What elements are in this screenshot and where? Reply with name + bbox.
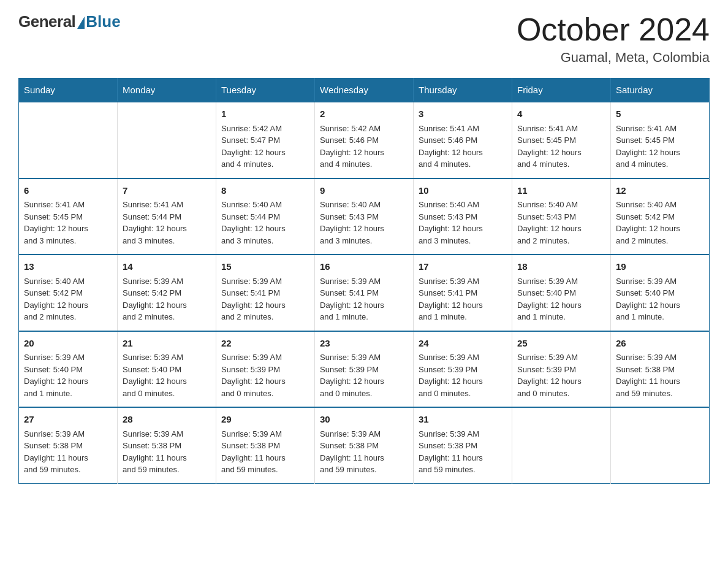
day-info-text: Sunset: 5:45 PM	[517, 134, 605, 147]
calendar-day-cell	[118, 102, 216, 178]
day-info-text: and 2 minutes.	[24, 311, 112, 323]
day-info-text: Sunset: 5:39 PM	[320, 364, 408, 376]
day-info-text: Sunrise: 5:42 AM	[320, 123, 408, 135]
days-of-week-row: SundayMondayTuesdayWednesdayThursdayFrid…	[19, 79, 710, 102]
day-info-text: and 59 minutes.	[221, 464, 309, 476]
day-info-text: and 2 minutes.	[221, 311, 309, 323]
day-number: 20	[24, 337, 112, 351]
day-info-text: Sunrise: 5:39 AM	[221, 351, 309, 364]
day-info-text: Sunrise: 5:40 AM	[616, 199, 704, 211]
day-info-text: Sunset: 5:38 PM	[24, 440, 112, 452]
calendar-day-cell: 10Sunrise: 5:40 AMSunset: 5:43 PMDayligh…	[414, 178, 512, 255]
day-info-text: and 4 minutes.	[221, 158, 309, 170]
day-info-text: and 3 minutes.	[24, 235, 112, 247]
day-number: 2	[320, 107, 408, 121]
day-info-text: Sunset: 5:41 PM	[320, 287, 408, 299]
calendar-header: SundayMondayTuesdayWednesdayThursdayFrid…	[19, 79, 710, 102]
calendar-week-row: 20Sunrise: 5:39 AMSunset: 5:40 PMDayligh…	[19, 331, 710, 408]
day-info-text: Daylight: 12 hours	[517, 223, 605, 235]
day-info-text: and 1 minute.	[24, 388, 112, 400]
day-info-text: Sunset: 5:40 PM	[616, 287, 704, 299]
day-info-text: Daylight: 12 hours	[419, 147, 507, 159]
day-info-text: Sunset: 5:42 PM	[24, 287, 112, 299]
day-of-week-header: Saturday	[611, 79, 710, 102]
day-info-text: Daylight: 12 hours	[320, 223, 408, 235]
logo: General Blue	[18, 12, 121, 31]
day-info-text: Daylight: 12 hours	[221, 299, 309, 312]
day-info-text: Sunset: 5:39 PM	[517, 364, 605, 376]
day-info-text: Sunset: 5:38 PM	[419, 440, 507, 452]
day-number: 19	[616, 260, 704, 274]
day-info-text: Daylight: 12 hours	[24, 223, 112, 235]
day-info-text: Sunset: 5:38 PM	[123, 440, 211, 452]
day-of-week-header: Friday	[512, 79, 611, 102]
day-info-text: Sunrise: 5:41 AM	[24, 199, 112, 211]
day-info-text: Sunrise: 5:39 AM	[123, 351, 211, 364]
day-info-text: Daylight: 12 hours	[320, 147, 408, 159]
day-info-text: Sunrise: 5:40 AM	[24, 275, 112, 288]
day-info-text: Sunset: 5:46 PM	[320, 134, 408, 147]
day-number: 17	[419, 260, 507, 274]
day-info-text: Sunset: 5:41 PM	[419, 287, 507, 299]
calendar-day-cell: 5Sunrise: 5:41 AMSunset: 5:45 PMDaylight…	[611, 102, 710, 178]
logo-blue-text: Blue	[86, 12, 120, 31]
day-info-text: Sunrise: 5:40 AM	[221, 199, 309, 211]
day-number: 13	[24, 260, 112, 274]
day-info-text: Sunset: 5:46 PM	[419, 134, 507, 147]
calendar-day-cell: 25Sunrise: 5:39 AMSunset: 5:39 PMDayligh…	[512, 331, 611, 408]
day-info-text: Sunset: 5:45 PM	[616, 134, 704, 147]
day-info-text: Daylight: 12 hours	[123, 375, 211, 388]
day-info-text: and 3 minutes.	[221, 235, 309, 247]
day-info-text: Daylight: 12 hours	[221, 223, 309, 235]
day-number: 4	[517, 107, 605, 121]
day-info-text: Sunrise: 5:41 AM	[616, 123, 704, 135]
day-number: 3	[419, 107, 507, 121]
day-info-text: Daylight: 12 hours	[616, 223, 704, 235]
day-info-text: Sunset: 5:38 PM	[320, 440, 408, 452]
day-info-text: and 4 minutes.	[320, 158, 408, 170]
calendar-week-row: 13Sunrise: 5:40 AMSunset: 5:42 PMDayligh…	[19, 255, 710, 331]
day-number: 25	[517, 337, 605, 351]
day-info-text: and 0 minutes.	[419, 388, 507, 400]
day-info-text: Sunset: 5:45 PM	[24, 211, 112, 223]
calendar-week-row: 27Sunrise: 5:39 AMSunset: 5:38 PMDayligh…	[19, 407, 710, 483]
day-info-text: Sunrise: 5:39 AM	[123, 428, 211, 440]
day-number: 14	[123, 260, 211, 274]
day-number: 29	[221, 413, 309, 427]
day-info-text: Sunrise: 5:39 AM	[320, 351, 408, 364]
day-info-text: Daylight: 12 hours	[419, 299, 507, 312]
day-info-text: and 0 minutes.	[221, 388, 309, 400]
day-number: 5	[616, 107, 704, 121]
day-number: 21	[123, 337, 211, 351]
day-info-text: Sunrise: 5:41 AM	[123, 199, 211, 211]
day-info-text: Sunset: 5:44 PM	[123, 211, 211, 223]
day-info-text: Daylight: 12 hours	[221, 375, 309, 388]
day-number: 31	[419, 413, 507, 427]
day-number: 12	[616, 184, 704, 198]
calendar-day-cell: 17Sunrise: 5:39 AMSunset: 5:41 PMDayligh…	[414, 255, 512, 331]
day-number: 22	[221, 337, 309, 351]
day-number: 10	[419, 184, 507, 198]
day-info-text: Sunset: 5:41 PM	[221, 287, 309, 299]
day-info-text: Daylight: 12 hours	[616, 299, 704, 312]
day-info-text: Daylight: 12 hours	[221, 147, 309, 159]
day-info-text: Sunrise: 5:40 AM	[320, 199, 408, 211]
calendar-day-cell: 23Sunrise: 5:39 AMSunset: 5:39 PMDayligh…	[315, 331, 414, 408]
day-info-text: and 1 minute.	[517, 311, 605, 323]
calendar-day-cell: 12Sunrise: 5:40 AMSunset: 5:42 PMDayligh…	[611, 178, 710, 255]
logo-triangle-icon	[77, 17, 85, 29]
day-info-text: Daylight: 11 hours	[616, 375, 704, 388]
day-of-week-header: Wednesday	[315, 79, 414, 102]
calendar-day-cell: 8Sunrise: 5:40 AMSunset: 5:44 PMDaylight…	[216, 178, 315, 255]
calendar-day-cell	[19, 102, 118, 178]
day-info-text: Sunset: 5:39 PM	[221, 364, 309, 376]
calendar-day-cell: 21Sunrise: 5:39 AMSunset: 5:40 PMDayligh…	[118, 331, 216, 408]
day-info-text: Sunset: 5:40 PM	[517, 287, 605, 299]
day-info-text: Sunset: 5:43 PM	[419, 211, 507, 223]
calendar-day-cell: 19Sunrise: 5:39 AMSunset: 5:40 PMDayligh…	[611, 255, 710, 331]
title-section: October 2024 Guamal, Meta, Colombia	[517, 12, 710, 66]
day-info-text: Sunset: 5:44 PM	[221, 211, 309, 223]
calendar-day-cell: 14Sunrise: 5:39 AMSunset: 5:42 PMDayligh…	[118, 255, 216, 331]
calendar-day-cell: 16Sunrise: 5:39 AMSunset: 5:41 PMDayligh…	[315, 255, 414, 331]
day-info-text: Sunrise: 5:40 AM	[517, 199, 605, 211]
